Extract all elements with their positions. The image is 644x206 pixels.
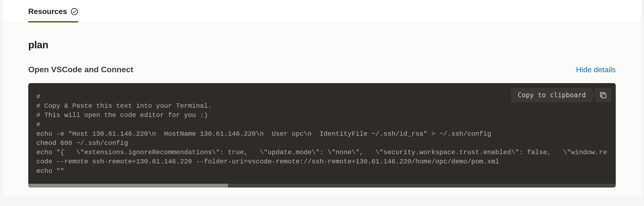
horizontal-scrollbar[interactable]: [28, 184, 616, 188]
svg-point-0: [71, 8, 78, 15]
tab-label: Resources: [28, 7, 67, 16]
code-text[interactable]: # # Copy & Paste this text into your Ter…: [36, 92, 608, 176]
copy-icon: [599, 91, 607, 99]
page-container: Resources plan Open VSCode and Connect H…: [2, 0, 642, 197]
tab-resources[interactable]: Resources: [28, 7, 78, 22]
hide-details-link[interactable]: Hide details: [576, 65, 616, 74]
page-title: plan: [28, 39, 616, 51]
copy-button[interactable]: [595, 88, 612, 102]
section-subtitle: Open VSCode and Connect: [28, 65, 133, 74]
check-circle-icon: [70, 8, 78, 15]
code-block: Copy to clipboard # # Copy & Paste this …: [28, 83, 616, 188]
content-area: plan Open VSCode and Connect Hide detail…: [2, 22, 642, 197]
section-header-row: Open VSCode and Connect Hide details: [28, 65, 616, 74]
scrollbar-thumb[interactable]: [28, 184, 228, 188]
tabs-bar: Resources: [2, 0, 642, 22]
svg-rect-1: [602, 94, 606, 98]
copy-tooltip: Copy to clipboard: [511, 88, 592, 102]
copy-group: Copy to clipboard: [511, 88, 612, 102]
